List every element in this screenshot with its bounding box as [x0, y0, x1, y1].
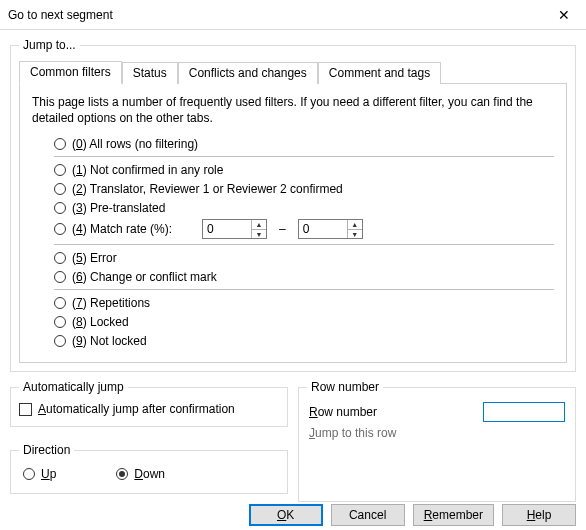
- radio-icon: [23, 468, 35, 480]
- help-button[interactable]: Help: [502, 504, 576, 526]
- radio-icon: [116, 468, 128, 480]
- radio-icon: [54, 335, 66, 347]
- jump-legend: Jump to...: [19, 38, 80, 52]
- tab-status[interactable]: Status: [122, 62, 178, 84]
- tab-conflicts-changes[interactable]: Conflicts and changes: [178, 62, 318, 84]
- direction-up[interactable]: Up: [23, 465, 56, 483]
- tab-panel-common: This page lists a number of frequently u…: [19, 83, 567, 363]
- spinner-buttons[interactable]: ▲▼: [251, 220, 266, 238]
- match-rate-from-input[interactable]: [203, 220, 251, 238]
- spin-down-icon[interactable]: ▼: [348, 230, 362, 239]
- tab-description: This page lists a number of frequently u…: [32, 94, 554, 126]
- tab-comment-tags[interactable]: Comment and tags: [318, 62, 441, 84]
- auto-jump-label: Automatically jump after confirmation: [38, 402, 235, 416]
- option-label: (6) Change or conflict mark: [72, 270, 217, 284]
- option-pretranslated[interactable]: (3) Pre-translated: [32, 198, 554, 217]
- direction-up-label: Up: [41, 467, 56, 481]
- separator: [54, 156, 554, 157]
- match-rate-to-input[interactable]: [299, 220, 347, 238]
- spin-up-icon[interactable]: ▲: [348, 220, 362, 230]
- tab-common-filters[interactable]: Common filters: [19, 61, 122, 84]
- radio-icon: [54, 183, 66, 195]
- window-title: Go to next segment: [8, 8, 113, 22]
- match-rate-to-spinner[interactable]: ▲▼: [298, 219, 363, 239]
- radio-icon: [54, 202, 66, 214]
- radio-icon: [54, 297, 66, 309]
- radio-icon: [54, 223, 66, 235]
- row-number-legend: Row number: [307, 380, 383, 394]
- cancel-button[interactable]: Cancel: [331, 504, 405, 526]
- direction-group: Direction Up Down: [10, 443, 288, 494]
- option-match-rate[interactable]: (4) Match rate (%): ▲▼ – ▲▼: [32, 217, 554, 241]
- match-rate-from-spinner[interactable]: ▲▼: [202, 219, 267, 239]
- option-confirmed-roles[interactable]: (2) Translator, Reviewer 1 or Reviewer 2…: [32, 179, 554, 198]
- direction-legend: Direction: [19, 443, 74, 457]
- option-label: (0) All rows (no filtering): [72, 137, 198, 151]
- radio-icon: [54, 252, 66, 264]
- row-number-label: Row number: [309, 405, 377, 419]
- direction-down[interactable]: Down: [116, 465, 165, 483]
- radio-icon: [54, 138, 66, 150]
- option-label: (2) Translator, Reviewer 1 or Reviewer 2…: [72, 182, 343, 196]
- auto-jump-legend: Automatically jump: [19, 380, 128, 394]
- radio-icon: [54, 316, 66, 328]
- option-label: (5) Error: [72, 251, 117, 265]
- spin-up-icon[interactable]: ▲: [252, 220, 266, 230]
- jump-group: Jump to... Common filters Status Conflic…: [10, 38, 576, 372]
- spinner-buttons[interactable]: ▲▼: [347, 220, 362, 238]
- radio-icon: [54, 271, 66, 283]
- row-number-group: Row number Row number Jump to this row: [298, 380, 576, 502]
- range-dash: –: [279, 222, 286, 236]
- option-locked[interactable]: (8) Locked: [32, 312, 554, 331]
- option-label: (9) Not locked: [72, 334, 147, 348]
- spin-down-icon[interactable]: ▼: [252, 230, 266, 239]
- option-not-locked[interactable]: (9) Not locked: [32, 331, 554, 350]
- tabstrip: Common filters Status Conflicts and chan…: [19, 60, 567, 83]
- auto-jump-checkbox-row[interactable]: Automatically jump after confirmation: [19, 400, 279, 418]
- ok-button[interactable]: OK: [249, 504, 323, 526]
- option-all-rows[interactable]: (0) All rows (no filtering): [32, 134, 554, 153]
- option-error[interactable]: (5) Error: [32, 248, 554, 267]
- option-change-conflict[interactable]: (6) Change or conflict mark: [32, 267, 554, 286]
- direction-down-label: Down: [134, 467, 165, 481]
- separator: [54, 289, 554, 290]
- separator: [54, 244, 554, 245]
- close-button[interactable]: ✕: [542, 0, 586, 30]
- dialog-buttons: OK Cancel Remember Help: [10, 502, 576, 526]
- auto-jump-group: Automatically jump Automatically jump af…: [10, 380, 288, 427]
- checkbox-icon: [19, 403, 32, 416]
- titlebar: Go to next segment ✕: [0, 0, 586, 30]
- jump-to-row-link: Jump to this row: [309, 426, 396, 440]
- option-label: (1) Not confirmed in any role: [72, 163, 223, 177]
- option-label: (7) Repetitions: [72, 296, 150, 310]
- option-label: (8) Locked: [72, 315, 129, 329]
- radio-icon: [54, 164, 66, 176]
- option-not-confirmed[interactable]: (1) Not confirmed in any role: [32, 160, 554, 179]
- option-repetitions[interactable]: (7) Repetitions: [32, 293, 554, 312]
- remember-button[interactable]: Remember: [413, 504, 494, 526]
- option-label: (3) Pre-translated: [72, 201, 165, 215]
- option-label: (4) Match rate (%):: [72, 222, 172, 236]
- row-number-input[interactable]: [483, 402, 565, 422]
